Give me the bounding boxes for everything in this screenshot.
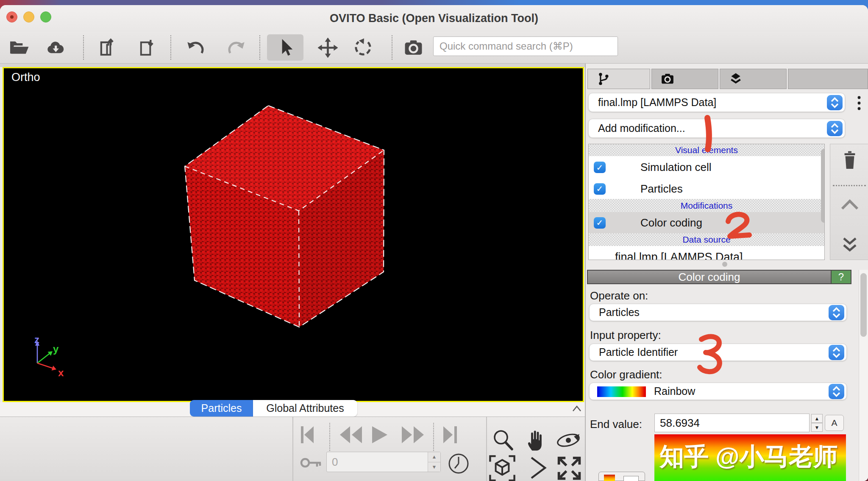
rotate-mode-button[interactable] xyxy=(349,34,376,61)
delete-modifier-button[interactable] xyxy=(840,149,859,171)
play-button[interactable] xyxy=(370,425,390,444)
window-title: OVITO Basic (Open Visualization Tool) xyxy=(0,12,868,25)
action-separator xyxy=(833,185,866,186)
axis-y-label: y xyxy=(53,343,59,355)
tab-overlays[interactable] xyxy=(720,69,787,89)
select-mode-button[interactable] xyxy=(267,34,303,61)
help-button[interactable]: ? xyxy=(832,270,851,284)
tab-rendering[interactable] xyxy=(651,69,718,89)
list-item-particles[interactable]: ✓ Particles xyxy=(589,179,824,199)
redo-button[interactable] xyxy=(223,34,249,61)
frame-number-input[interactable] xyxy=(327,452,428,472)
pipeline-list-scrollbar[interactable] xyxy=(821,149,825,223)
pipeline-source-value: final.lmp [LAMMPS Data] xyxy=(589,96,716,109)
move-modifier-up-button[interactable] xyxy=(840,199,860,211)
pipeline-menu-kebab-icon[interactable] xyxy=(856,94,862,114)
add-modification-label: Add modification... xyxy=(589,122,685,134)
input-property-label: Input property: xyxy=(590,329,661,342)
move-modifier-down-button[interactable] xyxy=(841,237,858,254)
pipeline-source-selector[interactable]: final.lmp [LAMMPS Data] xyxy=(588,93,845,112)
ovito-window: OVITO Basic (Open Visualization Tool) xyxy=(0,5,868,481)
tab-particles[interactable]: Particles xyxy=(190,400,253,417)
skip-to-start-button[interactable] xyxy=(299,425,325,444)
particles-checkbox[interactable]: ✓ xyxy=(594,183,606,195)
toolbar-separator xyxy=(392,35,392,60)
pan-tool-button[interactable] xyxy=(524,426,548,453)
quick-command-search-input[interactable] xyxy=(433,36,618,56)
list-item-color-coding[interactable]: ✓ Color coding xyxy=(589,212,824,233)
section-modifications: Modifications xyxy=(589,199,824,212)
undo-icon xyxy=(186,38,206,58)
panel-scrollbar[interactable] xyxy=(859,270,868,481)
toolbar-separator xyxy=(83,35,84,60)
tab-pipeline[interactable] xyxy=(587,69,650,89)
end-value-input[interactable] xyxy=(654,414,810,432)
viewport-splitter-strip[interactable] xyxy=(0,64,585,67)
layers-icon xyxy=(729,72,743,86)
viewport-projection-label[interactable]: Ortho xyxy=(11,71,40,84)
render-camera-icon xyxy=(660,72,675,86)
color-coding-panel-header[interactable]: Color coding xyxy=(587,270,832,284)
import-remote-file-button[interactable] xyxy=(42,34,69,61)
toolbar-separator xyxy=(292,417,293,481)
main-toolbar xyxy=(0,32,868,64)
file-import-icon xyxy=(137,38,157,58)
maximize-viewport-button[interactable] xyxy=(556,455,582,481)
cursor-arrow-icon xyxy=(275,38,295,58)
dropdown-stepper-icon xyxy=(829,345,844,360)
pipeline-editor-list: Visual elements ✓ Simulation cell ✓ Part… xyxy=(588,144,825,260)
animation-settings-clock-icon[interactable] xyxy=(448,453,470,475)
dropdown-stepper-icon xyxy=(827,121,843,136)
undo-button[interactable] xyxy=(182,34,209,61)
tab-extra[interactable] xyxy=(788,69,868,89)
collapse-inspector-button[interactable] xyxy=(571,404,582,414)
simulation-cell-checkbox[interactable]: ✓ xyxy=(594,162,606,173)
rainbow-gradient-swatch xyxy=(597,386,646,397)
zoom-scene-extents-button[interactable] xyxy=(488,454,516,481)
input-property-dropdown[interactable]: Particle Identifier xyxy=(589,344,847,361)
command-panel: final.lmp [LAMMPS Data] Add modification… xyxy=(585,64,868,481)
frame-spinbox[interactable]: ▲▼ xyxy=(326,452,441,472)
playback-separator xyxy=(329,423,330,451)
end-value-spinner[interactable]: ▲▼ xyxy=(811,414,823,432)
add-modification-dropdown[interactable]: Add modification... xyxy=(588,119,845,138)
end-value-label: End value: xyxy=(590,418,642,431)
toolbar-separator xyxy=(486,417,487,481)
cloud-download-icon xyxy=(46,38,66,58)
animation-key-icon xyxy=(299,455,323,470)
auto-adjust-range-button[interactable]: A xyxy=(825,415,844,431)
operate-on-value: Particles xyxy=(590,306,640,319)
frame-spinner[interactable]: ▲▼ xyxy=(428,452,440,472)
export-file-button[interactable] xyxy=(94,34,120,61)
section-data-source: Data source xyxy=(589,233,824,246)
zoom-tool-button[interactable] xyxy=(491,428,515,453)
active-viewport-arrow-button[interactable] xyxy=(527,456,549,480)
gradient-preview: 知乎 @小马老师 xyxy=(654,434,846,481)
list-item-data-file[interactable]: final.lmp [LAMMPS Data] xyxy=(589,246,824,260)
tab-global-attributes[interactable]: Global Attributes xyxy=(253,400,357,417)
color-gradient-dropdown[interactable]: Rainbow xyxy=(589,383,847,400)
next-frame-button[interactable] xyxy=(399,426,426,443)
previous-frame-button[interactable] xyxy=(338,426,364,443)
mini-gradient-swatch xyxy=(604,475,615,481)
dropdown-stepper-icon xyxy=(827,95,843,110)
partial-gradient-button[interactable] xyxy=(598,472,645,481)
open-file-button[interactable] xyxy=(6,34,32,61)
list-item-simulation-cell[interactable]: ✓ Simulation cell xyxy=(589,156,824,179)
watermark-text: 知乎 @小马老师 xyxy=(659,440,859,473)
render-image-button[interactable] xyxy=(400,34,426,61)
title-bar: OVITO Basic (Open Visualization Tool) xyxy=(0,5,868,32)
color-gradient-label: Color gradient: xyxy=(590,368,662,381)
viewport[interactable]: Ortho xyxy=(3,67,584,402)
import-file-button[interactable] xyxy=(134,34,160,61)
operate-on-dropdown[interactable]: Particles xyxy=(589,304,847,321)
skip-to-end-button[interactable] xyxy=(442,425,467,444)
panel-splitter-handle[interactable] xyxy=(722,262,727,267)
operate-on-label: Operate on: xyxy=(590,289,648,302)
orbit-tool-button[interactable] xyxy=(555,430,581,451)
color-coding-checkbox[interactable]: ✓ xyxy=(594,217,606,229)
camera-icon xyxy=(403,38,423,58)
move-mode-button[interactable] xyxy=(314,34,341,61)
input-property-value: Particle Identifier xyxy=(590,346,678,358)
axis-z-label: z xyxy=(34,334,39,345)
